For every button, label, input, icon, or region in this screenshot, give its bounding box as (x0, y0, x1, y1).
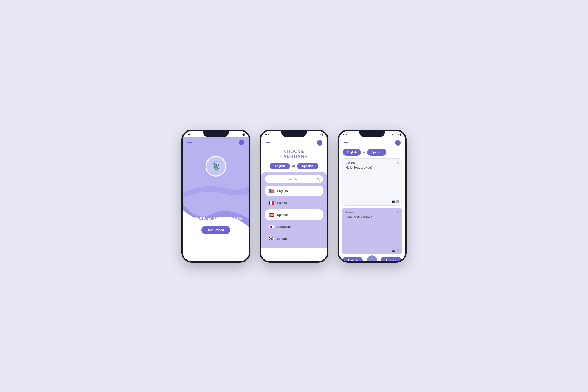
lang-name-spanish: Spanish (277, 213, 289, 216)
target-label: Spanish (346, 210, 399, 213)
flag-spanish: 🇪🇸 (268, 212, 274, 218)
time-2: 8:30 (265, 134, 269, 136)
phones-container: 8:30 ▲▲▲ ◈ ▊ (182, 130, 406, 263)
phone-choose-language: 8:30 ▲▲▲ ◈ ▊ CHOOSE LANGUAGE En (260, 130, 328, 263)
flag-english: 🇺🇸 (268, 188, 274, 194)
language-list-area: Search 🔍 🇺🇸 English 🇫🇷 French 🇪🇸 Spanish (261, 172, 327, 248)
source-translation-box: English Hello, How are you? ✕ 📷 🖼 (342, 158, 402, 206)
status-bar-2: 8:30 ▲▲▲ ◈ ▊ (261, 132, 327, 137)
language-item-english[interactable]: 🇺🇸 English (264, 186, 324, 196)
microphone-icon: 🎙️ (210, 161, 222, 171)
time-3: 8:30 (343, 134, 347, 136)
lang-name-korean: korean (277, 237, 287, 240)
spanish-button-top-3[interactable]: Spanish (367, 149, 386, 156)
menu-icon[interactable] (188, 140, 192, 144)
phone3-header (339, 137, 405, 148)
phone1-content: 🎙️ SPEAK & TRANSLATE Get Started (183, 137, 249, 261)
english-button-top-3[interactable]: English (343, 149, 361, 156)
phone2-header (261, 137, 327, 148)
menu-icon-3[interactable] (344, 141, 348, 145)
mic-icon-bottom: 🎙️ (369, 258, 375, 263)
battery-icon: ▊ (244, 134, 245, 136)
menu-icon-2[interactable] (266, 141, 270, 145)
signal-icon-3: ▲▲▲ (392, 134, 397, 136)
bottom-microphone-button[interactable]: 🎙️ (366, 255, 378, 263)
swap-arrows-icon[interactable]: ⇄ (292, 164, 295, 168)
phone-translator: 8:30 ▲▲▲ ◈ ▊ English ⇄ Spanish (338, 130, 406, 263)
wifi-icon: ◈ (242, 134, 243, 136)
battery-icon-3: ▊ (400, 134, 401, 136)
target-icons: 📷 🖼 (392, 249, 399, 252)
lang-name-japanese: Japanese (277, 225, 290, 228)
source-label: English (346, 162, 398, 164)
profile-dot-2[interactable] (317, 140, 322, 146)
phone1-header (183, 140, 249, 145)
flag-french: 🇫🇷 (268, 200, 274, 206)
language-switch-bar: English ⇄ Spanish (261, 161, 327, 172)
target-text: Hola ¿Como estas? (346, 215, 399, 219)
image-icon[interactable]: 🖼 (396, 200, 399, 203)
splash-text-area: SPEAK & TRANSLATE Get Started (183, 216, 249, 234)
target-translation-box: Spanish Hola ¿Como estas? ✕ 📷 🖼 (342, 208, 402, 254)
source-close-button[interactable]: ✕ (396, 161, 399, 164)
search-text: Search (268, 178, 316, 181)
source-icons: 📷 🖼 (392, 200, 399, 203)
swap-arrows-icon-3[interactable]: ⇄ (363, 150, 366, 154)
language-item-japanese[interactable]: 🇯🇵 Japanese (264, 222, 324, 232)
search-icon: 🔍 (316, 177, 320, 181)
top-language-bar: English ⇄ Spanish (339, 148, 405, 158)
splash-title: SPEAK & TRANSLATE (183, 216, 249, 222)
phone-splash: 8:30 ▲▲▲ ◈ ▊ (182, 130, 250, 263)
translation-area: English Hello, How are you? ✕ 📷 🖼 Spanis… (339, 158, 405, 254)
get-started-button[interactable]: Get Started (202, 226, 230, 234)
battery-icon-2: ▊ (322, 134, 323, 136)
status-bar-1: 8:30 ▲▲▲ ◈ ▊ (183, 132, 249, 137)
wifi-icon-3: ◈ (398, 134, 399, 136)
status-bar-3: 8:30 ▲▲▲ ◈ ▊ (339, 132, 405, 137)
language-item-korean[interactable]: 🇰🇷 korean (264, 233, 324, 244)
wifi-icon-2: ◈ (320, 134, 321, 136)
flag-korean: 🇰🇷 (268, 236, 274, 242)
status-icons-2: ▲▲▲ ◈ ▊ (313, 134, 323, 136)
source-text: Hello, How are you? (346, 166, 398, 170)
mic-circle[interactable]: 🎙️ (206, 156, 226, 176)
bottom-spanish-button[interactable]: Spanish (380, 257, 402, 263)
bottom-language-bar: English 🎙️ Spanish (339, 254, 405, 263)
time-1: 8:30 (187, 134, 191, 136)
bottom-english-button[interactable]: English (343, 257, 363, 263)
phone2-content: CHOOSE LANGUAGE English ⇄ Spanish Search… (261, 137, 327, 261)
camera-icon[interactable]: 📷 (392, 200, 395, 203)
lang-name-english: English (277, 189, 288, 193)
lang-name-french: French (277, 201, 287, 204)
profile-dot-3[interactable] (395, 140, 400, 146)
search-bar[interactable]: Search 🔍 (264, 176, 324, 183)
english-button-top[interactable]: English (270, 162, 290, 170)
profile-dot[interactable] (239, 140, 244, 145)
phone3-content: English ⇄ Spanish English Hello, How are… (339, 137, 405, 263)
signal-icon-2: ▲▲▲ (313, 134, 319, 136)
image-icon-2[interactable]: 🖼 (396, 249, 399, 252)
camera-icon-2[interactable]: 📷 (392, 249, 395, 252)
status-icons-3: ▲▲▲ ◈ ▊ (392, 134, 401, 136)
target-close-button[interactable]: ✕ (397, 210, 399, 214)
flag-japanese: 🇯🇵 (268, 224, 274, 230)
language-item-french[interactable]: 🇫🇷 French (264, 198, 324, 208)
choose-language-title: CHOOSE LANGUAGE (261, 148, 327, 161)
signal-icon: ▲▲▲ (235, 134, 241, 136)
spanish-button-top[interactable]: Spanish (297, 162, 318, 170)
language-item-spanish[interactable]: 🇪🇸 Spanish (264, 210, 324, 220)
status-icons-1: ▲▲▲ ◈ ▊ (235, 134, 245, 136)
